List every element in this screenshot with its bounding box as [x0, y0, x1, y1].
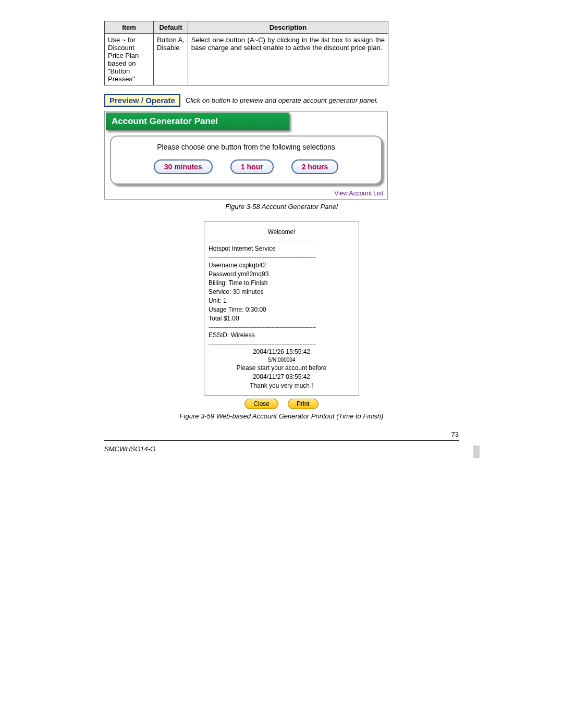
page-number: 73: [104, 430, 459, 438]
preview-operate-row: Preview / Operate Click on button to pre…: [104, 94, 459, 107]
panel-title: Account Generator Panel: [106, 113, 289, 130]
ticket-usage: Usage Time: 0:30:00: [209, 306, 354, 313]
ticket-essid: ESSID: Wireless: [209, 331, 354, 339]
table-row: Use ~ for Discount Price Plan based on "…: [105, 34, 388, 85]
divider: ----------------------------------------…: [209, 324, 354, 330]
ticket-printout-wrap: Welcome! -------------------------------…: [104, 221, 459, 409]
panel-body: Please choose one button from the follow…: [110, 135, 382, 184]
divider: ----------------------------------------…: [209, 340, 354, 347]
default-line: Disable: [157, 44, 185, 52]
cell-item: Use ~ for Discount Price Plan based on "…: [105, 34, 154, 85]
duration-30min-button[interactable]: 30 minutes: [154, 159, 213, 174]
ticket-sn: S/N:000004: [209, 357, 354, 363]
view-account-list-link[interactable]: View Account List: [105, 188, 387, 198]
figure-caption-58: Figure 3-58 Account Generator Panel: [104, 203, 459, 211]
duration-button-row: 30 minutes 1 hour 2 hours: [118, 159, 374, 174]
cell-default: Button A, Disable: [154, 34, 188, 85]
ticket-unit: Unit: 1: [209, 297, 354, 304]
ticket-username: Username:cxpkqb42: [209, 262, 354, 269]
ticket-welcome: Welcome!: [209, 228, 354, 236]
account-generator-panel: Account Generator Panel Please choose on…: [104, 111, 388, 200]
print-button[interactable]: Print: [288, 399, 319, 409]
ticket-billing: Billing: Time to Finish: [209, 279, 354, 287]
duration-1hour-button[interactable]: 1 hour: [230, 159, 274, 174]
item-line: Price Plan based on: [108, 52, 150, 67]
ticket-button-row: Close Print: [104, 399, 459, 409]
col-description: Description: [188, 21, 388, 34]
divider: ----------------------------------------…: [209, 254, 354, 260]
divider: ----------------------------------------…: [209, 237, 354, 243]
table-header-row: Item Default Description: [105, 21, 388, 34]
close-button[interactable]: Close: [244, 399, 278, 409]
cell-description: Select one button (A~C) by clicking in t…: [188, 34, 388, 85]
config-table: Item Default Description Use ~ for Disco…: [104, 21, 388, 85]
ticket-service-name: Hotspot Internet Service: [209, 245, 354, 252]
figure-caption-59: Figure 3-59 Web-based Account Generator …: [104, 412, 459, 420]
col-default: Default: [154, 21, 188, 34]
ticket-password: Password:ym82mq93: [209, 270, 354, 278]
ticket-startbefore-l1: Please start your account before: [209, 364, 354, 372]
ticket-timestamp: 2004/11/26 15:55:42: [209, 348, 354, 355]
ticket-printout: Welcome! -------------------------------…: [204, 221, 359, 396]
footer-divider: [104, 440, 459, 441]
col-item: Item: [105, 21, 154, 34]
ticket-service: Service: 30 minutes: [209, 288, 354, 295]
panel-prompt: Please choose one button from the follow…: [118, 143, 374, 151]
ticket-thanks: Thank you very much !: [209, 382, 354, 389]
preview-caption: Click on button to preview and operate a…: [186, 96, 378, 104]
duration-2hours-button[interactable]: 2 hours: [291, 159, 339, 174]
ticket-total: Total $1.00: [209, 315, 354, 322]
default-line: Button A,: [157, 36, 185, 44]
side-tab-icon: [473, 446, 480, 458]
model-id: SMCWHSG14-G: [104, 445, 459, 453]
preview-operate-button[interactable]: Preview / Operate: [104, 94, 180, 107]
item-line: "Button Presses": [108, 67, 150, 83]
item-line: Use ~ for Discount: [108, 36, 150, 52]
ticket-startbefore-l2: 2004/11/27 03:55:42: [209, 373, 354, 380]
